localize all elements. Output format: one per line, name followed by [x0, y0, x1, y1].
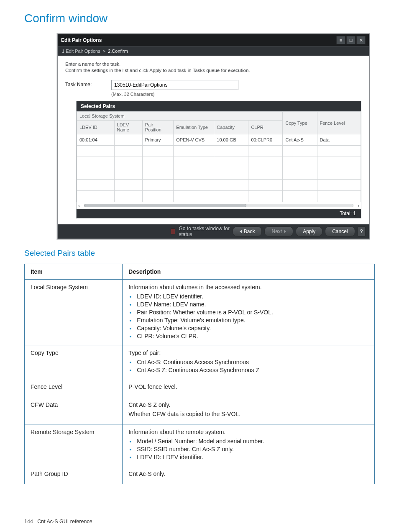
footer-section: Cnt Ac-S GUI reference [37, 519, 92, 524]
row-desc: Information about the remote system. Mod… [123, 424, 375, 466]
cell-fence-level: Data [317, 134, 361, 146]
selected-pairs-description-table: Item Description Local Storage System In… [24, 264, 375, 484]
row-item: Local Storage System [25, 280, 123, 345]
chevron-right-icon [284, 230, 286, 233]
col-clpr: CLPR [248, 121, 283, 134]
page-title: Confirm window [24, 12, 375, 25]
col-capacity: Capacity [214, 121, 248, 134]
go-to-tasks-label: Go to tasks window for status [179, 226, 230, 237]
col-fence-level: Fence Level [317, 112, 361, 134]
col-emulation-type: Emulation Type [174, 121, 214, 134]
wizard-steps: 1.Edit Pair Options > 2.Confirm [58, 46, 369, 56]
table-row [77, 191, 361, 202]
section-heading: Selected Pairs table [24, 249, 375, 258]
selected-pairs-header: Selected Pairs [77, 101, 361, 111]
wizard-step-1[interactable]: 1.Edit Pair Options [62, 49, 100, 54]
apply-button[interactable]: Apply [296, 226, 322, 236]
cell-copy-type: Cnt Ac-S [283, 134, 317, 146]
col-pair-position: Pair Position [142, 121, 174, 134]
help-button[interactable]: ? [358, 226, 366, 236]
table-row [77, 168, 361, 180]
horizontal-scrollbar[interactable]: ‹ › [77, 202, 361, 209]
cell-capacity: 10.00 GB [214, 134, 248, 146]
row-item: Path Group ID [25, 466, 123, 484]
col-item: Item [25, 264, 123, 280]
row-desc: Information about volumes in the accesse… [123, 280, 375, 345]
filter-icon[interactable]: ≡ [336, 36, 345, 44]
cell-emulation-type: OPEN-V CVS [174, 134, 214, 146]
table-row [77, 180, 361, 191]
task-name-input[interactable] [111, 80, 238, 90]
total-count: Total: 1 [77, 209, 361, 218]
col-group-lss: Local Storage System [77, 112, 283, 121]
table-row [77, 146, 361, 157]
scroll-right-icon[interactable]: › [358, 203, 359, 208]
cancel-button[interactable]: Cancel [325, 226, 355, 236]
row-desc: P-VOL fence level. [123, 379, 375, 397]
col-ldev-id: LDEV ID [77, 121, 115, 134]
wizard-step-2: 2.Confirm [108, 49, 128, 54]
selected-pairs-panel: Selected Pairs Local Storage System Copy… [76, 101, 361, 218]
row-desc: Cnt Ac-S only. [123, 466, 375, 484]
row-desc: Type of pair: Cnt Ac-S: Continuous Acces… [123, 345, 375, 379]
row-item: Copy Type [25, 345, 123, 379]
go-to-tasks-checkbox[interactable] [171, 229, 175, 234]
wizard-sep: > [103, 49, 105, 54]
next-button: Next [264, 226, 293, 236]
table-row [77, 157, 361, 168]
page-footer: 144 Cnt Ac-S GUI reference [24, 519, 92, 524]
row-item: CFW Data [25, 397, 123, 424]
close-icon[interactable]: ✕ [356, 36, 366, 44]
maximize-icon[interactable]: □ [346, 36, 356, 44]
dialog-edit-pair-options: Edit Pair Options ≡ □ ✕ 1.Edit Pair Opti… [57, 33, 370, 239]
cell-pair-position: Primary [142, 134, 174, 146]
cell-ldev-name [114, 134, 142, 146]
cell-ldev-id: 00:01:04 [77, 134, 115, 146]
intro-line-1: Enter a name for the task. [65, 62, 361, 67]
col-description: Description [123, 264, 375, 280]
col-ldev-name: LDEV Name [114, 121, 142, 134]
page-number: 144 [24, 519, 33, 524]
cell-clpr: 00:CLPR0 [248, 134, 283, 146]
row-item: Fence Level [25, 379, 123, 397]
chevron-left-icon [240, 230, 242, 233]
row-desc: Cnt Ac-S Z only. Whether CFW data is cop… [123, 397, 375, 424]
col-copy-type: Copy Type [283, 112, 317, 134]
selected-pairs-grid: Local Storage System Copy Type Fence Lev… [77, 111, 361, 202]
row-item: Remote Storage System [25, 424, 123, 466]
task-name-label: Task Name: [65, 80, 111, 87]
scroll-left-icon[interactable]: ‹ [78, 203, 80, 208]
back-button[interactable]: Back [233, 226, 262, 236]
dialog-title: Edit Pair Options [61, 37, 102, 43]
intro-line-2: Confirm the settings in the list and cli… [65, 68, 361, 73]
task-name-hint: (Max. 32 Characters) [111, 92, 238, 97]
table-row[interactable]: 00:01:04 Primary OPEN-V CVS 10.00 GB 00:… [77, 134, 361, 146]
